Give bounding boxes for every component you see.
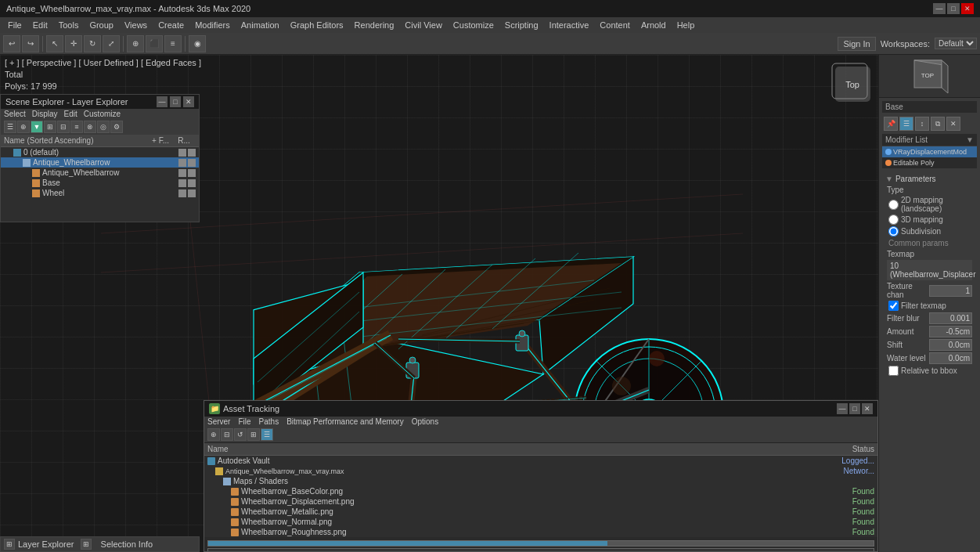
menu-item-modifiers[interactable]: Modifiers bbox=[190, 19, 235, 31]
mod-icon-copy[interactable]: ⧉ bbox=[931, 117, 945, 131]
at-maximize[interactable]: □ bbox=[849, 403, 860, 414]
radio-3d-input[interactable] bbox=[888, 215, 899, 225]
radio-2d[interactable]: 2D mapping (landscape) bbox=[885, 195, 974, 214]
at-item-maxfile[interactable]: Antique_Wheelbarrow_max_vray.max Networ.… bbox=[204, 466, 877, 476]
at-tool-1[interactable]: ⊕ bbox=[207, 428, 220, 441]
mod-icon-pin[interactable]: 📌 bbox=[884, 117, 898, 131]
at-tool-3[interactable]: ↺ bbox=[234, 428, 247, 441]
align-button[interactable]: ≡ bbox=[164, 35, 182, 52]
radio-3d[interactable]: 3D mapping bbox=[885, 214, 974, 225]
scene-explorer-maximize[interactable]: □ bbox=[170, 96, 181, 107]
scene-item-antique-wb[interactable]: Antique_Wheelbarrow bbox=[1, 168, 199, 178]
menu-item-group[interactable]: Group bbox=[85, 19, 118, 31]
orientation-cube[interactable]: TOP bbox=[910, 56, 949, 96]
se-tool-9[interactable]: ⚙ bbox=[110, 121, 123, 133]
at-menu-paths[interactable]: Paths bbox=[259, 417, 279, 426]
amount-input[interactable] bbox=[929, 326, 972, 337]
lock-icon-5[interactable] bbox=[188, 189, 196, 197]
undo-button[interactable]: ↩ bbox=[3, 35, 20, 52]
viewport-cube[interactable]: Top bbox=[831, 63, 870, 102]
texmap-value[interactable]: 10 (Wheelbarrow_Displacer bbox=[887, 260, 972, 280]
scene-item-base[interactable]: Base bbox=[1, 178, 199, 188]
move-button[interactable]: ✛ bbox=[65, 35, 82, 52]
se-menu-edit[interactable]: Edit bbox=[64, 110, 77, 118]
mirror-button[interactable]: ⬛ bbox=[146, 35, 163, 52]
mod-icon-move[interactable]: ↕ bbox=[915, 117, 929, 131]
layer-bar-icon2[interactable]: ⊞ bbox=[81, 539, 92, 550]
menu-item-content[interactable]: Content bbox=[595, 19, 635, 31]
modifier-list-dropdown[interactable]: ▼ bbox=[966, 135, 974, 144]
at-item-displacement[interactable]: Wheelbarrow_Displacement.png Found bbox=[204, 496, 877, 507]
filter-texmap-row[interactable]: Filter texmap bbox=[885, 300, 974, 312]
maximize-button[interactable]: □ bbox=[947, 3, 960, 14]
at-menu-options[interactable]: Options bbox=[412, 417, 438, 426]
workspaces-select[interactable]: Default bbox=[935, 38, 977, 49]
visibility-icon[interactable] bbox=[178, 149, 186, 157]
menu-item-edit[interactable]: Edit bbox=[28, 19, 52, 31]
se-menu-customize[interactable]: Customize bbox=[84, 110, 121, 118]
at-item-normal[interactable]: Wheelbarrow_Normal.png Found bbox=[204, 517, 877, 527]
minimize-button[interactable]: — bbox=[933, 3, 946, 14]
menu-item-help[interactable]: Help bbox=[672, 19, 700, 31]
se-tool-2[interactable]: ⊕ bbox=[17, 121, 30, 133]
rotate-button[interactable]: ↻ bbox=[84, 35, 101, 52]
se-tool-5[interactable]: ⊟ bbox=[57, 121, 70, 133]
menu-item-file[interactable]: File bbox=[3, 19, 27, 31]
menu-item-rendering[interactable]: Rendering bbox=[350, 19, 399, 31]
se-tool-3[interactable]: ▼ bbox=[31, 121, 43, 133]
at-item-basecolor[interactable]: Wheelbarrow_BaseColor.png Found bbox=[204, 486, 877, 496]
se-tool-1[interactable]: ☰ bbox=[4, 121, 16, 133]
at-menu-bitmap[interactable]: Bitmap Performance and Memory bbox=[286, 417, 404, 426]
radio-subdiv-input[interactable] bbox=[888, 226, 899, 236]
se-tool-7[interactable]: ⊗ bbox=[84, 121, 96, 133]
menu-item-interactive[interactable]: Interactive bbox=[545, 19, 594, 31]
lock-icon-2[interactable] bbox=[188, 159, 196, 167]
se-tool-8[interactable]: ◎ bbox=[97, 121, 110, 133]
redo-button[interactable]: ↪ bbox=[22, 35, 39, 52]
se-menu-select[interactable]: Select bbox=[4, 110, 26, 118]
lock-icon[interactable] bbox=[188, 149, 196, 157]
radio-2d-input[interactable] bbox=[888, 200, 899, 210]
relative-bbox-row[interactable]: Relative to bbox bbox=[885, 365, 974, 377]
scene-item-wheel[interactable]: Wheel bbox=[1, 188, 199, 198]
at-menu-server[interactable]: Server bbox=[207, 417, 230, 426]
lock-icon-4[interactable] bbox=[188, 179, 196, 187]
filter-blur-input[interactable] bbox=[929, 312, 972, 324]
menu-item-customize[interactable]: Customize bbox=[449, 19, 499, 31]
se-tool-4[interactable]: ⊞ bbox=[44, 121, 56, 133]
menu-item-create[interactable]: Create bbox=[153, 19, 189, 31]
filter-texmap-checkbox[interactable] bbox=[888, 301, 899, 311]
render-button[interactable]: ◉ bbox=[189, 35, 206, 52]
at-menu-file[interactable]: File bbox=[238, 417, 250, 426]
menu-item-tools[interactable]: Tools bbox=[54, 19, 84, 31]
mod-icon-list[interactable]: ☰ bbox=[899, 117, 913, 131]
shift-input[interactable] bbox=[929, 339, 972, 351]
texture-chan-input[interactable] bbox=[929, 285, 972, 297]
modifier-item-vray[interactable]: VRayDisplacementMod bbox=[882, 146, 977, 157]
menu-item-animation[interactable]: Animation bbox=[236, 19, 284, 31]
at-tool-5[interactable]: ☰ bbox=[261, 428, 273, 441]
sign-in-label[interactable]: Sign In bbox=[838, 37, 875, 51]
at-item-roughness[interactable]: Wheelbarrow_Roughness.png Found bbox=[204, 527, 877, 537]
mod-icon-delete[interactable]: ✕ bbox=[946, 117, 960, 131]
scene-explorer-close[interactable]: ✕ bbox=[183, 96, 194, 107]
visibility-icon-2[interactable] bbox=[178, 159, 186, 167]
visibility-icon-4[interactable] bbox=[178, 179, 186, 187]
scene-item-antique-wb-parent[interactable]: Antique_Wheelbarrow bbox=[1, 157, 199, 168]
menu-item-scripting[interactable]: Scripting bbox=[500, 19, 543, 31]
layer-bar-icon[interactable]: ⊞ bbox=[4, 539, 15, 550]
select-button[interactable]: ↖ bbox=[46, 35, 63, 52]
water-level-input[interactable] bbox=[929, 352, 972, 364]
menu-item-views[interactable]: Views bbox=[120, 19, 152, 31]
at-tool-4[interactable]: ⊞ bbox=[247, 428, 260, 441]
relative-bbox-checkbox[interactable] bbox=[888, 366, 899, 376]
modifier-item-poly[interactable]: Editable Poly bbox=[882, 157, 977, 168]
lock-icon-3[interactable] bbox=[188, 169, 196, 177]
at-item-metallic[interactable]: Wheelbarrow_Metallic.png Found bbox=[204, 507, 877, 517]
menu-item-civil-view[interactable]: Civil View bbox=[400, 19, 446, 31]
radio-subdiv[interactable]: Subdivision bbox=[885, 225, 974, 237]
scene-explorer-minimize[interactable]: — bbox=[157, 96, 168, 107]
at-minimize[interactable]: — bbox=[837, 403, 848, 414]
se-menu-display[interactable]: Display bbox=[32, 110, 58, 118]
visibility-icon-3[interactable] bbox=[178, 169, 186, 177]
